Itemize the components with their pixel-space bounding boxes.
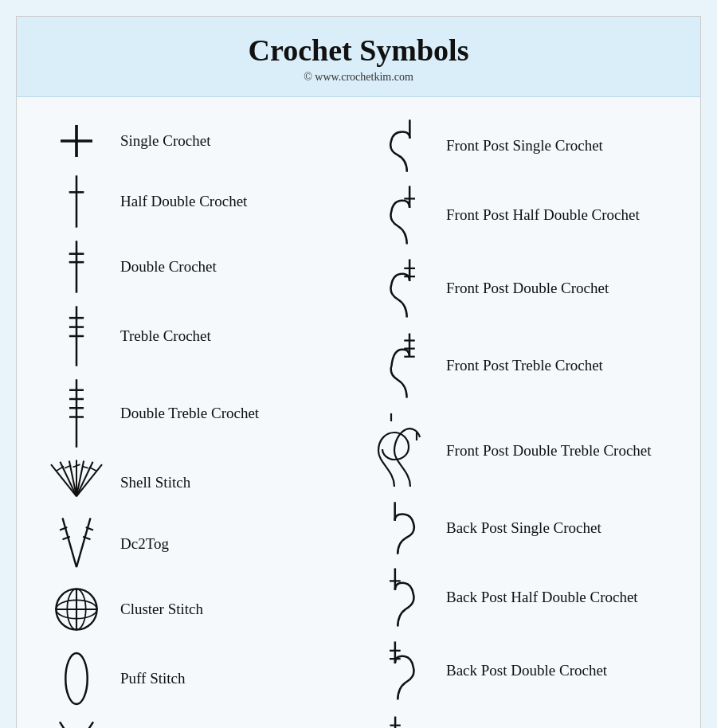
list-item: Puff Stitch (41, 642, 351, 715)
stitch-symbol (366, 183, 438, 247)
page-title: Crochet Symbols (25, 33, 692, 68)
svg-line-28 (63, 518, 77, 567)
stitch-symbol (366, 330, 438, 401)
stitch-label: Front Post Double Treble Crochet (438, 442, 652, 460)
list-item: Double Crochet (41, 234, 351, 299)
stitch-label: Double Crochet (112, 258, 217, 276)
stitch-label: Cluster Stitch (112, 601, 203, 618)
stitch-label: Shell Stitch (112, 474, 190, 491)
svg-line-41 (60, 722, 93, 728)
stitch-symbol (41, 174, 112, 229)
list-item: Crossed Double Crochet (41, 715, 351, 728)
page-container: Crochet Symbols © www.crochetkim.com Sin… (16, 16, 701, 728)
copyright: © www.crochetkim.com (25, 71, 692, 84)
list-item: Half Double Crochet (41, 169, 351, 234)
list-item: Front Post Double Crochet (366, 252, 676, 325)
stitch-label: Front Post Treble Crochet (438, 357, 603, 374)
stitch-symbol (41, 459, 112, 507)
list-item: Back Post Double Crochet (366, 634, 676, 707)
stitch-symbol (366, 256, 438, 320)
stitch-label: Back Post Half Double Crochet (438, 589, 638, 606)
right-column: Front Post Single Crochet Front Post Hal… (358, 105, 684, 728)
svg-line-40 (60, 722, 93, 728)
list-item: Shell Stitch (41, 454, 351, 511)
stitch-label: Dc2Tog (112, 535, 169, 553)
stitch-symbol (366, 411, 438, 491)
stitch-symbol (41, 581, 112, 637)
list-item: Back Post Half Double Crochet (366, 561, 676, 634)
list-item: Back Post Treble Crochet (366, 707, 676, 728)
stitch-symbol (41, 647, 112, 710)
stitch-symbol (366, 118, 438, 174)
stitch-label: Front Post Half Double Crochet (438, 206, 640, 224)
stitch-label: Front Post Double Crochet (438, 280, 609, 297)
stitch-symbol (41, 516, 112, 572)
list-item: Treble Crochet (41, 299, 351, 373)
left-column: Single Crochet Half Double Crochet (33, 105, 358, 728)
list-item: Front Post Double Treble Crochet (366, 406, 676, 495)
stitch-symbol (41, 304, 112, 368)
list-item: Front Post Half Double Crochet (366, 178, 676, 252)
list-item: Cluster Stitch (41, 577, 351, 642)
stitch-label: Single Crochet (112, 132, 210, 150)
list-item: Double Treble Crochet (41, 373, 351, 454)
stitch-symbol (366, 500, 438, 556)
list-item: Front Post Single Crochet (366, 113, 676, 178)
list-item: Single Crochet (41, 113, 351, 169)
header: Crochet Symbols © www.crochetkim.com (17, 17, 700, 97)
stitch-symbol (41, 378, 112, 449)
stitch-label: Half Double Crochet (112, 193, 247, 210)
stitch-symbol (41, 720, 112, 728)
list-item: Dc2Tog (41, 511, 351, 577)
stitch-label: Puff Stitch (112, 670, 185, 687)
stitch-label: Treble Crochet (112, 327, 211, 345)
stitch-label: Back Post Double Crochet (438, 662, 607, 679)
content-grid: Single Crochet Half Double Crochet (17, 97, 700, 728)
svg-line-29 (76, 518, 91, 567)
stitch-label: Back Post Single Crochet (438, 519, 601, 537)
list-item: Front Post Treble Crochet (366, 325, 676, 406)
stitch-symbol (366, 566, 438, 629)
stitch-label: Front Post Single Crochet (438, 137, 603, 155)
stitch-symbol (41, 239, 112, 295)
stitch-symbol (366, 712, 438, 728)
svg-point-39 (65, 653, 87, 704)
stitch-symbol (366, 639, 438, 703)
list-item: Back Post Single Crochet (366, 495, 676, 561)
stitch-label: Double Treble Crochet (112, 405, 259, 422)
stitch-symbol (41, 121, 112, 161)
